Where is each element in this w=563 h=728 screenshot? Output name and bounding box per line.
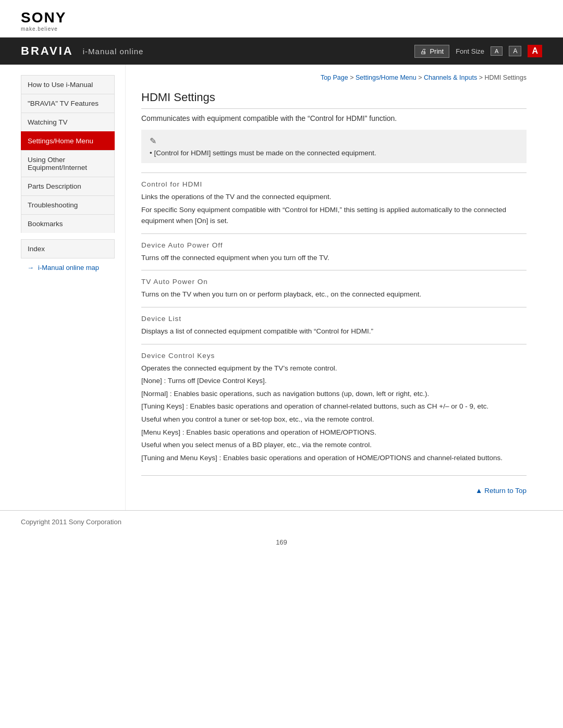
section-line: Turns off the connected equipment when y… xyxy=(141,252,527,264)
section-title-2: TV Auto Power On xyxy=(141,278,527,286)
sidebar-item-bookmarks[interactable]: Bookmarks xyxy=(21,214,115,233)
print-button[interactable]: 🖨 Print xyxy=(414,45,449,58)
section-line: [Normal] : Enables basic operations, suc… xyxy=(141,388,527,400)
breadcrumb-sep1: > xyxy=(350,74,356,81)
breadcrumb-sep2: > xyxy=(418,74,424,81)
font-medium-button[interactable]: A xyxy=(509,46,521,56)
return-top-label: Return to Top xyxy=(484,487,527,495)
section-title-0: Control for HDMI xyxy=(141,180,527,188)
copyright-text: Copyright 2011 Sony Corporation xyxy=(21,518,121,526)
section-line: [None] : Turns off [Device Control Keys]… xyxy=(141,375,527,387)
top-header: SONY make.believe xyxy=(0,0,563,38)
print-label: Print xyxy=(430,47,444,55)
section-line: Operates the connected equipment by the … xyxy=(141,363,527,374)
section-title-1: Device Auto Power Off xyxy=(141,241,527,249)
sony-logo: SONY make.believe xyxy=(21,9,542,32)
breadcrumb: Top Page > Settings/Home Menu > Channels… xyxy=(141,74,527,81)
section-0: Control for HDMILinks the operations of … xyxy=(141,172,527,233)
bravia-subtitle: i-Manual online xyxy=(83,47,144,56)
section-title-4: Device Control Keys xyxy=(141,352,527,360)
content-area: Top Page > Settings/Home Menu > Channels… xyxy=(125,65,542,510)
bravia-bar: BRAVIA i-Manual online 🖨 Print Font Size… xyxy=(0,38,563,65)
bravia-bar-right: 🖨 Print Font Size A A A xyxy=(414,45,542,58)
arrow-icon: → xyxy=(27,264,34,272)
breadcrumb-channels[interactable]: Channels & Inputs xyxy=(424,74,477,81)
sidebar-item-parts[interactable]: Parts Description xyxy=(21,177,115,195)
page-number: 169 xyxy=(0,533,563,557)
section-line: Useful when you control a tuner or set-t… xyxy=(141,414,527,425)
font-large-button[interactable]: A xyxy=(528,45,542,57)
return-to-top-container: ▲ Return to Top xyxy=(141,475,527,500)
map-link-label: i-Manual online map xyxy=(38,264,99,272)
sidebar-item-watching-tv[interactable]: Watching TV xyxy=(21,113,115,131)
section-text-4: Operates the connected equipment by the … xyxy=(141,363,527,464)
section-line: [Tuning and Menu Keys] : Enables basic o… xyxy=(141,452,527,464)
sections-container: Control for HDMILinks the operations of … xyxy=(141,172,527,470)
sidebar-item-settings[interactable]: Settings/Home Menu xyxy=(21,131,115,150)
section-line: Links the operations of the TV and the c… xyxy=(141,191,527,203)
bravia-bar-left: BRAVIA i-Manual online xyxy=(21,44,143,58)
main-layout: How to Use i-Manual "BRAVIA" TV Features… xyxy=(0,65,563,510)
sony-logo-text: SONY xyxy=(21,9,66,26)
bravia-logo: BRAVIA xyxy=(21,44,74,58)
sidebar: How to Use i-Manual "BRAVIA" TV Features… xyxy=(21,65,125,510)
section-line: Displays a list of connected equipment c… xyxy=(141,326,527,337)
section-4: Device Control KeysOperates the connecte… xyxy=(141,344,527,471)
return-to-top-link[interactable]: ▲ Return to Top xyxy=(475,487,527,495)
font-small-button[interactable]: A xyxy=(491,46,503,56)
note-text: • [Control for HDMI] settings must be ma… xyxy=(150,149,518,157)
section-text-2: Turns on the TV when you turn on or perf… xyxy=(141,289,527,300)
section-line: For specific Sony equipment compatible w… xyxy=(141,204,527,227)
section-line: [Tuning Keys] : Enables basic operations… xyxy=(141,401,527,412)
section-1: Device Auto Power OffTurns off the conne… xyxy=(141,233,527,270)
sony-tagline: make.believe xyxy=(21,26,58,32)
font-size-label: Font Size xyxy=(456,47,484,55)
sidebar-map-link[interactable]: → i-Manual online map xyxy=(21,258,115,272)
sidebar-item-troubleshooting[interactable]: Troubleshooting xyxy=(21,195,115,214)
intro-text: Communicates with equipment compatible w… xyxy=(141,114,527,122)
breadcrumb-top[interactable]: Top Page xyxy=(321,74,348,81)
section-line: [Menu Keys] : Enables basic operations a… xyxy=(141,427,527,438)
sidebar-item-equipment[interactable]: Using Other Equipment/Internet xyxy=(21,150,115,177)
section-2: TV Auto Power OnTurns on the TV when you… xyxy=(141,270,527,307)
page-title: HDMI Settings xyxy=(141,91,527,109)
section-text-1: Turns off the connected equipment when y… xyxy=(141,252,527,264)
section-text-3: Displays a list of connected equipment c… xyxy=(141,326,527,337)
note-box: ✎ • [Control for HDMI] settings must be … xyxy=(141,130,527,163)
breadcrumb-current: HDMI Settings xyxy=(484,74,527,81)
print-icon: 🖨 xyxy=(420,47,427,55)
breadcrumb-sep3: > xyxy=(479,74,485,81)
section-title-3: Device List xyxy=(141,315,527,323)
note-icon: ✎ xyxy=(150,136,518,146)
page-footer: Copyright 2011 Sony Corporation xyxy=(0,510,563,533)
return-top-icon: ▲ xyxy=(475,487,484,495)
section-line: Turns on the TV when you turn on or perf… xyxy=(141,289,527,300)
sidebar-item-index[interactable]: Index xyxy=(21,239,115,258)
sidebar-item-bravia-features[interactable]: "BRAVIA" TV Features xyxy=(21,94,115,113)
section-3: Device ListDisplays a list of connected … xyxy=(141,307,527,344)
section-line: Useful when you select menus of a BD pla… xyxy=(141,439,527,451)
section-text-0: Links the operations of the TV and the c… xyxy=(141,191,527,227)
breadcrumb-settings[interactable]: Settings/Home Menu xyxy=(356,74,417,81)
sidebar-item-how-to-use[interactable]: How to Use i-Manual xyxy=(21,75,115,94)
